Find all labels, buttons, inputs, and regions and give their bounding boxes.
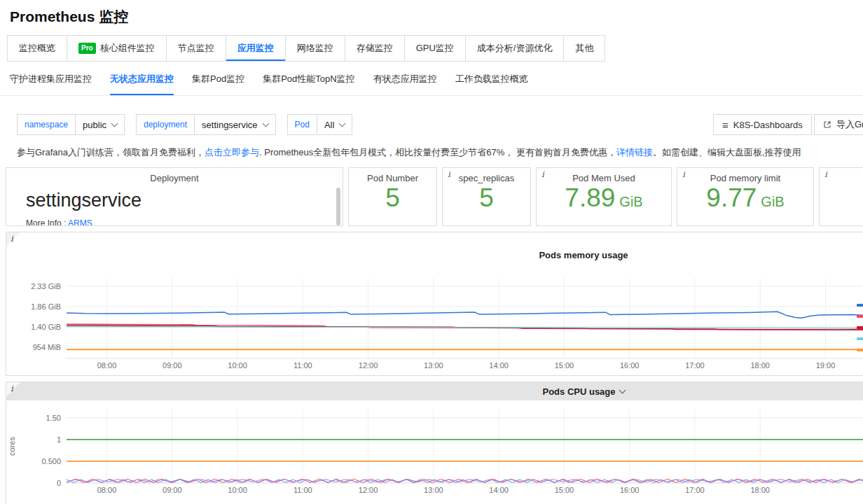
- info-icon[interactable]: i: [11, 234, 13, 244]
- svg-text:0.500: 0.500: [41, 457, 61, 465]
- tab-label: 成本分析/资源优化: [477, 42, 553, 55]
- import-label: 导入Gr: [836, 118, 863, 131]
- memory-usage-chart[interactable]: 08:0009:0010:0011:0012:0013:0014:0015:00…: [6, 262, 863, 377]
- svg-text:0: 0: [57, 479, 61, 487]
- tab-gpu-monitor[interactable]: GPU监控: [404, 35, 466, 62]
- svg-text:09:00: 09:00: [163, 361, 182, 370]
- primary-tab-bar: 监控概览 Pro核心组件监控 节点监控 应用监控 网络监控 存储监控 GPU监控…: [7, 35, 863, 62]
- tab-label: 应用监控: [237, 42, 274, 55]
- chevron-down-icon: [262, 120, 269, 127]
- cpu-usage-panel: i Pods CPU usage 08:0009:0010:0011:0012:…: [6, 382, 863, 504]
- deployment-label: deployment: [136, 114, 195, 135]
- pod-filter: Pod All: [287, 114, 353, 135]
- legend-swatch: [857, 304, 863, 307]
- stat-title: Pod memory limit: [677, 173, 813, 183]
- tab-other[interactable]: 其他: [563, 35, 605, 62]
- stat-unit: GiB: [761, 194, 784, 209]
- legend-swatch: [857, 349, 863, 351]
- tab-storage-monitor[interactable]: 存储监控: [345, 35, 405, 62]
- svg-text:18:00: 18:00: [750, 361, 770, 370]
- memory-usage-legend: mem-used-bluemem-used-redmem-used-dark-r…: [857, 300, 863, 356]
- more-info-label: More Info :: [26, 218, 66, 226]
- banner-details-link[interactable]: 详情链接: [616, 147, 653, 158]
- pro-badge: Pro: [78, 43, 96, 54]
- banner-text: 参与Grafana入门训练营，领取首月免费福利，: [17, 147, 205, 158]
- namespace-select[interactable]: public: [75, 114, 125, 135]
- svg-text:954 MiB: 954 MiB: [33, 343, 61, 351]
- tab-label: 存储监控: [357, 42, 393, 55]
- legend-item[interactable]: mem-used-red: [857, 311, 863, 322]
- svg-text:1: 1: [57, 435, 61, 444]
- tab-label: 集群Pod性能TopN监控: [263, 74, 354, 84]
- k8s-dashboards-label: K8S-Dashboards: [733, 120, 803, 130]
- stat-pod-number: Pod Number 5: [348, 167, 437, 226]
- legend-item[interactable]: mem-used-teal: [857, 333, 863, 344]
- stat-partial: i: [819, 167, 863, 226]
- promo-banner: 参与Grafana入门训练营，领取首月免费福利，点击立即参与. Promethe…: [17, 146, 863, 159]
- svg-text:13:00: 13:00: [424, 486, 443, 494]
- arms-link[interactable]: ARMS: [68, 218, 92, 226]
- svg-text:17:00: 17:00: [685, 486, 705, 494]
- cpu-usage-chart[interactable]: 08:0009:0010:0011:0012:0013:0014:0015:00…: [6, 400, 863, 504]
- pod-mem-used-value: 7.89GiB: [537, 183, 671, 214]
- tab-label: 核心组件监控: [100, 42, 155, 55]
- pod-value: All: [324, 120, 334, 130]
- cpu-usage-header: i Pods CPU usage: [6, 382, 863, 400]
- tab-label: 无状态应用监控: [110, 74, 174, 84]
- stat-pod-memory-limit: i Pod memory limit 9.77GiB: [677, 167, 814, 226]
- svg-text:17:00: 17:00: [685, 361, 705, 370]
- banner-text: 。如需创建、编辑大盘面板,推荐使用: [653, 147, 801, 158]
- svg-text:14:00: 14:00: [489, 486, 509, 494]
- page-title: Prometheus 监控: [10, 7, 863, 27]
- memory-usage-header: i Pods memory usage: [6, 232, 863, 262]
- pod-label: Pod: [287, 114, 317, 135]
- info-icon[interactable]: i: [824, 169, 827, 179]
- stat-panels-row: Deployment settingservice More Info : AR…: [6, 167, 863, 226]
- svg-text:19:00: 19:00: [816, 361, 836, 370]
- legend-item[interactable]: mem-used-blue: [857, 300, 863, 311]
- svg-text:13:00: 13:00: [424, 361, 443, 370]
- import-dashboard-button[interactable]: 导入Gr: [814, 114, 863, 135]
- panel-scrollbar[interactable]: [336, 188, 340, 225]
- tab-label: 集群Pod监控: [192, 74, 244, 84]
- svg-text:12:00: 12:00: [359, 361, 378, 370]
- tab-node-monitor[interactable]: 节点监控: [166, 35, 226, 62]
- tab-application-monitor[interactable]: 应用监控: [226, 35, 286, 62]
- pod-number-value: 5: [349, 183, 436, 214]
- tab-network-monitor[interactable]: 网络监控: [285, 35, 345, 62]
- more-info: More Info : ARMS: [26, 218, 92, 226]
- tab-stateless-app[interactable]: 无状态应用监控: [110, 73, 174, 95]
- tab-core-components[interactable]: Pro核心组件监控: [67, 35, 167, 62]
- tab-cluster-pod[interactable]: 集群Pod监控: [192, 73, 244, 95]
- tab-cluster-pod-topn[interactable]: 集群Pod性能TopN监控: [263, 73, 354, 95]
- pod-select[interactable]: All: [317, 114, 352, 135]
- svg-text:11:00: 11:00: [294, 486, 312, 494]
- svg-text:2.33 GiB: 2.33 GiB: [31, 282, 61, 290]
- deployment-filter: deployment settingservice: [136, 114, 276, 135]
- legend-item[interactable]: mem-used-dark-red: [857, 322, 863, 333]
- tab-daemonset-app[interactable]: 守护进程集应用监控: [10, 73, 92, 95]
- tab-stateful-app[interactable]: 有状态应用监控: [373, 73, 437, 95]
- cpu-usage-title[interactable]: Pods CPU usage: [542, 386, 615, 397]
- svg-text:11:00: 11:00: [294, 361, 312, 370]
- banner-join-link[interactable]: 点击立即参与: [205, 147, 259, 158]
- tab-label: 网络监控: [297, 42, 333, 55]
- svg-text:10:00: 10:00: [228, 361, 247, 370]
- tab-monitor-overview[interactable]: 监控概览: [7, 35, 67, 62]
- chevron-down-icon: [339, 120, 346, 127]
- panel-info-corner: [6, 382, 20, 396]
- info-icon[interactable]: i: [11, 384, 13, 393]
- k8s-dashboards-button[interactable]: ≡ K8S-Dashboards: [713, 114, 812, 135]
- memory-usage-title[interactable]: Pods memory usage: [539, 250, 628, 260]
- secondary-tab-bar: 守护进程集应用监控 无状态应用监控 集群Pod监控 集群Pod性能TopN监控 …: [0, 62, 863, 96]
- info-icon[interactable]: i: [541, 169, 544, 179]
- legend-item[interactable]: mem-request-orange: [857, 344, 863, 356]
- tab-label: 工作负载监控概览: [455, 74, 528, 84]
- deployment-select[interactable]: settingservice: [194, 114, 275, 135]
- tab-workload-overview[interactable]: 工作负载监控概览: [455, 73, 528, 95]
- tab-cost-analysis[interactable]: 成本分析/资源优化: [465, 35, 565, 62]
- info-icon[interactable]: i: [682, 169, 685, 179]
- external-link-icon: [823, 120, 831, 129]
- tab-label: GPU监控: [416, 42, 454, 55]
- info-icon[interactable]: i: [448, 169, 450, 179]
